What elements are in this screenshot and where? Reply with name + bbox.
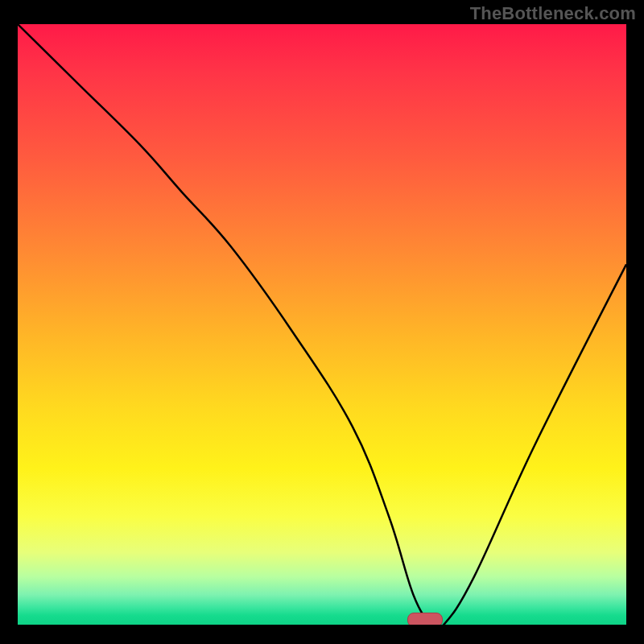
watermark-text: TheBottleneck.com bbox=[470, 3, 636, 24]
curve-layer bbox=[18, 24, 626, 625]
plot-area bbox=[16, 23, 628, 626]
bottleneck-curve bbox=[18, 24, 626, 625]
chart-frame: TheBottleneck.com bbox=[0, 0, 644, 644]
target-marker bbox=[407, 613, 443, 626]
